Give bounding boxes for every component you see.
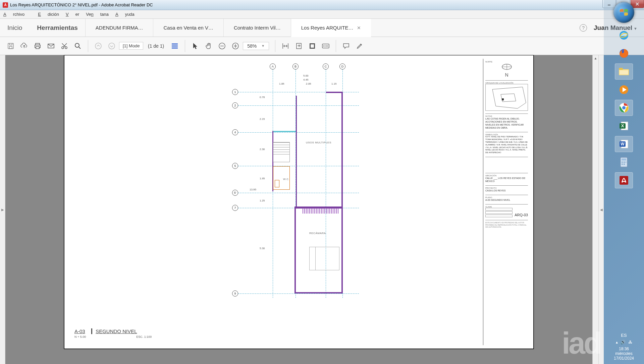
comment-icon[interactable] [340,40,352,52]
zoom-in-icon[interactable] [229,40,241,52]
document-tab-3[interactable]: Los Reyes ARQUITE…✕ [291,19,371,37]
taskbar: X W ES ▴ 🔊 🖧 18:36 miércoles 17/01/2024 [604,0,644,364]
clock-date: 17/01/2024 [604,356,644,361]
inicio-button[interactable]: Inicio [0,19,30,37]
svg-rect-5 [8,43,13,49]
menu-ayuda[interactable]: Ayuda [115,12,135,17]
taskbar-ie-icon[interactable] [615,27,633,43]
document-tab-2[interactable]: Contrato Interm Vil… [223,19,291,37]
wall [296,96,297,207]
herramientas-button[interactable]: Herramientas [30,19,85,37]
stairs [273,142,290,162]
grid-bubble-7: 7 [232,205,238,211]
svg-rect-62 [624,164,625,165]
page-down-icon[interactable] [106,40,118,52]
read-mode-icon[interactable] [320,40,332,52]
tb-simb-text: N.P.T. NIVEL DE PISO TERMINADO / T.M. TO… [485,136,528,154]
volume-icon[interactable]: 🔊 [621,340,626,345]
taskbar-excel-icon[interactable]: X [615,118,633,134]
menu-ventana[interactable]: Ventana [86,12,109,17]
help-icon[interactable]: ? [580,24,587,32]
svg-rect-59 [624,162,625,163]
sheet-scale: ESC. 1:100 [136,335,152,338]
sheet-level: N + 5.00 [74,335,86,338]
page-up-icon[interactable] [92,40,104,52]
grid-line [238,193,359,193]
grid-bubble-1: 1 [232,89,238,95]
cloud-upload-icon[interactable] [18,40,30,52]
dim-text: 5.30 [260,247,265,250]
dim-text: 1.15 [331,82,337,85]
room-label-recamara: RECÁMARA [309,232,326,235]
fullscreen-icon[interactable] [306,40,318,52]
left-panel-toggle[interactable]: ▶ [0,55,5,364]
svg-rect-6 [9,46,12,49]
svg-rect-58 [622,162,623,163]
taskbar-mediaplayer-icon[interactable] [615,82,633,98]
svg-rect-43 [620,70,628,75]
tabs-bar: Inicio Herramientas ADENDUM FIRMA… Casa … [0,19,644,37]
taskbar-chrome-icon[interactable] [615,100,633,116]
tb-notas-text: LAS COTAS RIGEN AL DIBUJO. ACOTACIONES E… [485,117,528,129]
svg-rect-57 [622,158,626,161]
grid-bubble-5: 5 [232,163,238,169]
fit-page-icon[interactable] [293,40,305,52]
wall [326,92,343,93]
zoom-out-icon[interactable] [216,40,228,52]
menu-archivo[interactable]: Archivo [3,12,31,17]
dim-text: 2.15 [260,118,265,121]
pdf-page: A B C D 1 2 4 5 5' 7 9 5.00 [64,55,534,349]
grid-bubble-c: C [323,63,329,70]
svg-text:W: W [621,142,625,146]
vertical-scrollbar[interactable]: ▲ [592,55,598,364]
document-tab-0[interactable]: ADENDUM FIRMA… [85,19,153,37]
select-tool-icon[interactable] [189,40,201,52]
taskbar-word-icon[interactable]: W [615,136,633,152]
dim-text: 1.25 [260,199,265,202]
scroll-up-icon[interactable]: ▲ [593,55,598,61]
network-icon[interactable]: 🖧 [628,340,632,345]
menu-edicion[interactable]: Edición [38,12,59,17]
dim-text: 1.95 [260,177,265,180]
cut-icon[interactable] [58,40,70,52]
save-icon[interactable] [5,40,17,52]
grid-line [238,166,359,166]
hand-tool-icon[interactable] [203,40,215,52]
highlight-icon[interactable] [354,40,366,52]
start-button[interactable] [613,2,634,23]
tb-clave-code: ARQ-03 [515,213,528,217]
print-icon[interactable] [32,40,44,52]
page-input[interactable] [119,42,143,50]
email-icon[interactable] [45,40,57,52]
room-label-wc: W.C. [283,178,289,181]
clock-time[interactable]: 18:36 [604,347,644,351]
taskbar-explorer-icon[interactable] [615,63,633,80]
toolbar: (1 de 1) 58%▼ [0,37,644,55]
room-label-usos: USOS MULTIPLES [306,141,331,144]
menu-bar: Archivo Edición Ver Ventana Ayuda [0,10,644,19]
document-tab-1[interactable]: Casa en Venta en V… [153,19,223,37]
tray-up-icon[interactable]: ▴ [616,340,618,345]
taskbar-calculator-icon[interactable] [615,154,633,170]
svg-point-14 [95,43,101,49]
menu-ver[interactable]: Ver [66,12,79,17]
taskbar-firefox-icon[interactable] [615,45,633,61]
svg-rect-63 [620,176,628,185]
right-panel-toggle[interactable]: ◀ [598,55,604,364]
lines-icon[interactable] [169,40,181,52]
window-title: Los Reyes ARQUITECTÓNICO 2° NIVEL.pdf - … [10,2,153,7]
dim-text: 1.85 [279,82,284,85]
tb-plano-text: A-03 SEGUNDO NIVEL [485,198,528,201]
close-tab-icon[interactable]: ✕ [357,25,361,31]
fit-width-icon[interactable] [279,40,291,52]
document-viewport[interactable]: A B C D 1 2 4 5 5' 7 9 5.00 [5,55,592,364]
svg-point-13 [75,43,79,47]
tab-label: ADENDUM FIRMA… [96,25,143,31]
zoom-value: 58% [247,43,257,49]
language-indicator[interactable]: ES [604,333,644,338]
search-icon[interactable] [72,40,84,52]
taskbar-acrobat-icon[interactable] [615,172,633,188]
grid-bubble-5p: 5' [232,190,238,196]
location-map [485,84,528,111]
zoom-dropdown[interactable]: 58%▼ [243,42,269,50]
